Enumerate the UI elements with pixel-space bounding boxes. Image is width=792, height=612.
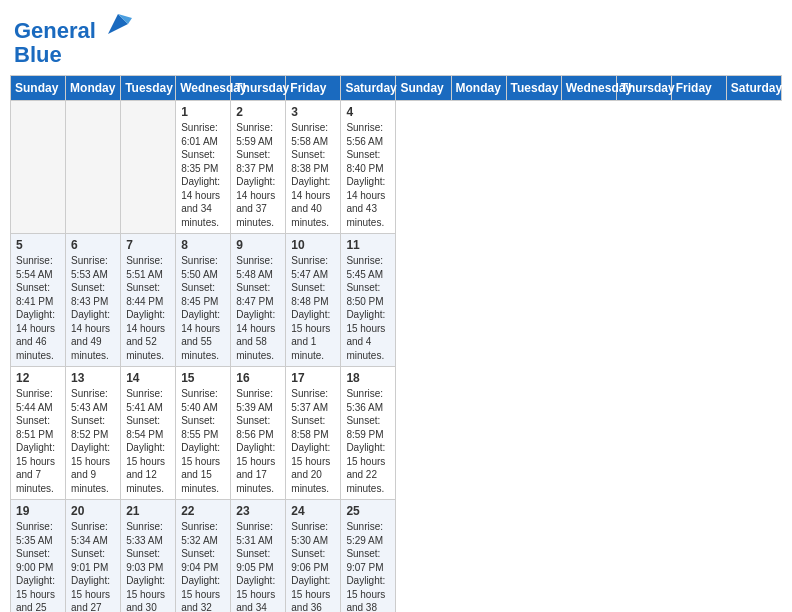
- calendar-cell: 22Sunrise: 5:32 AM Sunset: 9:04 PM Dayli…: [176, 500, 231, 612]
- day-info: Sunrise: 5:37 AM Sunset: 8:58 PM Dayligh…: [291, 387, 335, 495]
- day-info: Sunrise: 5:35 AM Sunset: 9:00 PM Dayligh…: [16, 520, 60, 612]
- col-header-friday: Friday: [671, 76, 726, 101]
- day-number: 21: [126, 504, 170, 518]
- calendar-cell: 25Sunrise: 5:29 AM Sunset: 9:07 PM Dayli…: [341, 500, 396, 612]
- col-header-wednesday: Wednesday: [176, 76, 231, 101]
- day-info: Sunrise: 5:29 AM Sunset: 9:07 PM Dayligh…: [346, 520, 390, 612]
- day-number: 20: [71, 504, 115, 518]
- day-info: Sunrise: 5:48 AM Sunset: 8:47 PM Dayligh…: [236, 254, 280, 362]
- day-number: 17: [291, 371, 335, 385]
- calendar-cell: 12Sunrise: 5:44 AM Sunset: 8:51 PM Dayli…: [11, 367, 66, 500]
- calendar-cell: 10Sunrise: 5:47 AM Sunset: 8:48 PM Dayli…: [286, 234, 341, 367]
- day-number: 3: [291, 105, 335, 119]
- day-number: 12: [16, 371, 60, 385]
- day-number: 9: [236, 238, 280, 252]
- calendar-cell: 3Sunrise: 5:58 AM Sunset: 8:38 PM Daylig…: [286, 101, 341, 234]
- day-number: 6: [71, 238, 115, 252]
- calendar-cell: 21Sunrise: 5:33 AM Sunset: 9:03 PM Dayli…: [121, 500, 176, 612]
- day-info: Sunrise: 5:39 AM Sunset: 8:56 PM Dayligh…: [236, 387, 280, 495]
- logo: General Blue: [14, 10, 132, 67]
- day-info: Sunrise: 6:01 AM Sunset: 8:35 PM Dayligh…: [181, 121, 225, 229]
- col-header-saturday: Saturday: [341, 76, 396, 101]
- day-info: Sunrise: 5:33 AM Sunset: 9:03 PM Dayligh…: [126, 520, 170, 612]
- calendar-cell: [121, 101, 176, 234]
- calendar-week-4: 19Sunrise: 5:35 AM Sunset: 9:00 PM Dayli…: [11, 500, 782, 612]
- col-header-wednesday: Wednesday: [561, 76, 616, 101]
- day-number: 16: [236, 371, 280, 385]
- day-info: Sunrise: 5:54 AM Sunset: 8:41 PM Dayligh…: [16, 254, 60, 362]
- calendar-cell: 4Sunrise: 5:56 AM Sunset: 8:40 PM Daylig…: [341, 101, 396, 234]
- calendar-cell: 15Sunrise: 5:40 AM Sunset: 8:55 PM Dayli…: [176, 367, 231, 500]
- calendar-week-2: 5Sunrise: 5:54 AM Sunset: 8:41 PM Daylig…: [11, 234, 782, 367]
- col-header-sunday: Sunday: [11, 76, 66, 101]
- day-number: 8: [181, 238, 225, 252]
- col-header-saturday: Saturday: [726, 76, 781, 101]
- day-number: 5: [16, 238, 60, 252]
- calendar-cell: 17Sunrise: 5:37 AM Sunset: 8:58 PM Dayli…: [286, 367, 341, 500]
- day-number: 10: [291, 238, 335, 252]
- col-header-monday: Monday: [66, 76, 121, 101]
- col-header-tuesday: Tuesday: [121, 76, 176, 101]
- page-header: General Blue: [10, 10, 782, 67]
- day-number: 22: [181, 504, 225, 518]
- logo-blue: Blue: [14, 43, 132, 67]
- calendar-cell: 14Sunrise: 5:41 AM Sunset: 8:54 PM Dayli…: [121, 367, 176, 500]
- day-number: 24: [291, 504, 335, 518]
- calendar-cell: 8Sunrise: 5:50 AM Sunset: 8:45 PM Daylig…: [176, 234, 231, 367]
- day-info: Sunrise: 5:34 AM Sunset: 9:01 PM Dayligh…: [71, 520, 115, 612]
- col-header-friday: Friday: [286, 76, 341, 101]
- calendar-cell: 19Sunrise: 5:35 AM Sunset: 9:00 PM Dayli…: [11, 500, 66, 612]
- col-header-monday: Monday: [451, 76, 506, 101]
- day-info: Sunrise: 5:58 AM Sunset: 8:38 PM Dayligh…: [291, 121, 335, 229]
- day-number: 14: [126, 371, 170, 385]
- day-number: 7: [126, 238, 170, 252]
- day-number: 1: [181, 105, 225, 119]
- day-number: 2: [236, 105, 280, 119]
- day-info: Sunrise: 5:45 AM Sunset: 8:50 PM Dayligh…: [346, 254, 390, 362]
- day-number: 19: [16, 504, 60, 518]
- day-info: Sunrise: 5:56 AM Sunset: 8:40 PM Dayligh…: [346, 121, 390, 229]
- day-info: Sunrise: 5:36 AM Sunset: 8:59 PM Dayligh…: [346, 387, 390, 495]
- day-number: 4: [346, 105, 390, 119]
- calendar-header-row: SundayMondayTuesdayWednesdayThursdayFrid…: [11, 76, 782, 101]
- calendar-cell: [66, 101, 121, 234]
- logo-icon: [104, 10, 132, 38]
- calendar-cell: 13Sunrise: 5:43 AM Sunset: 8:52 PM Dayli…: [66, 367, 121, 500]
- day-number: 15: [181, 371, 225, 385]
- col-header-thursday: Thursday: [616, 76, 671, 101]
- calendar-week-3: 12Sunrise: 5:44 AM Sunset: 8:51 PM Dayli…: [11, 367, 782, 500]
- col-header-sunday: Sunday: [396, 76, 451, 101]
- day-info: Sunrise: 5:47 AM Sunset: 8:48 PM Dayligh…: [291, 254, 335, 362]
- day-info: Sunrise: 5:30 AM Sunset: 9:06 PM Dayligh…: [291, 520, 335, 612]
- calendar-cell: 24Sunrise: 5:30 AM Sunset: 9:06 PM Dayli…: [286, 500, 341, 612]
- calendar-cell: 6Sunrise: 5:53 AM Sunset: 8:43 PM Daylig…: [66, 234, 121, 367]
- calendar-cell: [11, 101, 66, 234]
- day-info: Sunrise: 5:51 AM Sunset: 8:44 PM Dayligh…: [126, 254, 170, 362]
- logo-text: General: [14, 10, 132, 43]
- calendar-cell: 23Sunrise: 5:31 AM Sunset: 9:05 PM Dayli…: [231, 500, 286, 612]
- day-number: 23: [236, 504, 280, 518]
- col-header-thursday: Thursday: [231, 76, 286, 101]
- day-number: 18: [346, 371, 390, 385]
- day-info: Sunrise: 5:32 AM Sunset: 9:04 PM Dayligh…: [181, 520, 225, 612]
- calendar-cell: 18Sunrise: 5:36 AM Sunset: 8:59 PM Dayli…: [341, 367, 396, 500]
- calendar-week-1: 1Sunrise: 6:01 AM Sunset: 8:35 PM Daylig…: [11, 101, 782, 234]
- col-header-tuesday: Tuesday: [506, 76, 561, 101]
- day-number: 13: [71, 371, 115, 385]
- calendar-cell: 20Sunrise: 5:34 AM Sunset: 9:01 PM Dayli…: [66, 500, 121, 612]
- day-info: Sunrise: 5:59 AM Sunset: 8:37 PM Dayligh…: [236, 121, 280, 229]
- calendar-cell: 2Sunrise: 5:59 AM Sunset: 8:37 PM Daylig…: [231, 101, 286, 234]
- calendar-cell: 16Sunrise: 5:39 AM Sunset: 8:56 PM Dayli…: [231, 367, 286, 500]
- day-info: Sunrise: 5:43 AM Sunset: 8:52 PM Dayligh…: [71, 387, 115, 495]
- calendar-table: SundayMondayTuesdayWednesdayThursdayFrid…: [10, 75, 782, 612]
- day-number: 11: [346, 238, 390, 252]
- day-info: Sunrise: 5:50 AM Sunset: 8:45 PM Dayligh…: [181, 254, 225, 362]
- day-number: 25: [346, 504, 390, 518]
- day-info: Sunrise: 5:53 AM Sunset: 8:43 PM Dayligh…: [71, 254, 115, 362]
- calendar-cell: 1Sunrise: 6:01 AM Sunset: 8:35 PM Daylig…: [176, 101, 231, 234]
- day-info: Sunrise: 5:44 AM Sunset: 8:51 PM Dayligh…: [16, 387, 60, 495]
- calendar-cell: 11Sunrise: 5:45 AM Sunset: 8:50 PM Dayli…: [341, 234, 396, 367]
- day-info: Sunrise: 5:41 AM Sunset: 8:54 PM Dayligh…: [126, 387, 170, 495]
- calendar-cell: 7Sunrise: 5:51 AM Sunset: 8:44 PM Daylig…: [121, 234, 176, 367]
- day-info: Sunrise: 5:40 AM Sunset: 8:55 PM Dayligh…: [181, 387, 225, 495]
